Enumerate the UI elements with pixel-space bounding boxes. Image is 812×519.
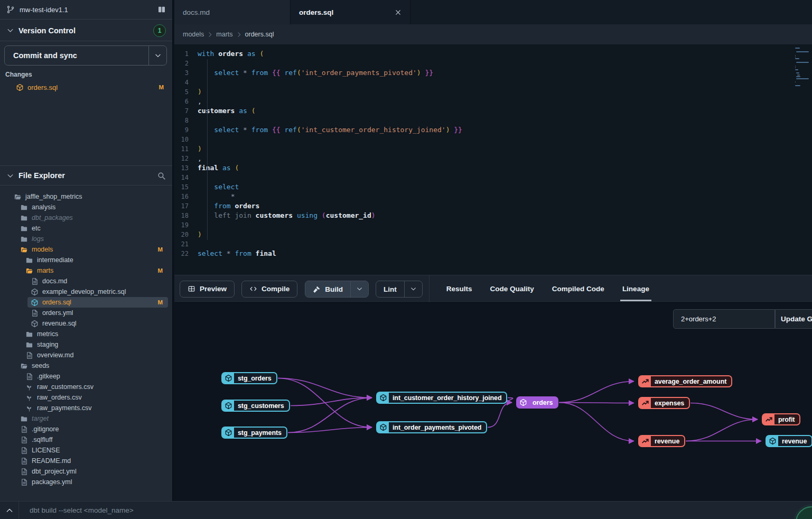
tab-compiled-code[interactable]: Compiled Code <box>552 275 604 302</box>
commit-and-sync-button[interactable]: Commit and sync <box>4 45 167 66</box>
chevron-right-icon <box>236 31 242 38</box>
breadcrumb-item[interactable]: orders.sql <box>245 31 274 38</box>
code-line[interactable]: 17 from orders <box>174 201 812 211</box>
build-options-split[interactable] <box>350 281 368 297</box>
lineage-node-expenses[interactable]: expenses <box>638 397 690 409</box>
tab-results[interactable]: Results <box>446 275 472 302</box>
code-editor[interactable]: 1with orders as (23 select * from {{ ref… <box>174 44 812 275</box>
editor-minimap[interactable] <box>795 48 809 87</box>
tab-docs-md[interactable]: docs.md <box>174 0 291 24</box>
lineage-node-revenue_model[interactable]: revenue <box>766 435 812 447</box>
lineage-selector-input[interactable] <box>673 309 775 329</box>
code-line[interactable]: 19 <box>174 220 812 230</box>
lineage-node-revenue_metric[interactable]: revenue <box>638 435 685 447</box>
file-tree-item-logs[interactable]: logs <box>0 234 172 244</box>
code-line[interactable]: 15 select <box>174 182 812 192</box>
code-line[interactable]: 21 <box>174 239 812 249</box>
code-line[interactable]: 11) <box>174 144 812 154</box>
code-line[interactable]: 22select * from final <box>174 249 812 258</box>
code-line[interactable]: 3 select * from {{ ref('int_order_paymen… <box>174 68 812 78</box>
file-tree-item-raw_payments.csv[interactable]: raw_payments.csv <box>0 403 172 413</box>
branch-name[interactable]: mw-test-idev1.1 <box>20 6 153 14</box>
tab-lineage[interactable]: Lineage <box>622 275 649 302</box>
file-tree-item-metrics[interactable]: metrics <box>0 329 172 339</box>
file-tree-item-models[interactable]: modelsM <box>0 244 172 255</box>
version-control-header[interactable]: Version Control 1 <box>0 20 172 41</box>
file-name: jaffle_shop_metrics <box>25 193 82 200</box>
lineage-node-stg_payments[interactable]: stg_payments <box>221 427 287 439</box>
chevron-down-icon <box>356 285 363 292</box>
breadcrumb-item[interactable]: models <box>183 31 204 38</box>
code-line[interactable]: 16 * <box>174 192 812 201</box>
file-tree-item-README.md[interactable]: README.md <box>0 456 172 466</box>
lineage-node-average_order_amount[interactable]: average_order_amount <box>638 375 732 387</box>
file-icon <box>25 351 33 359</box>
expand-command-bar-button[interactable] <box>0 502 19 519</box>
file-tree-item-raw_customers.csv[interactable]: raw_customers.csv <box>0 382 172 392</box>
lint-button[interactable]: Lint <box>376 281 404 298</box>
file-tree-item-dbt_project.yml[interactable]: dbt_project.yml <box>0 466 172 477</box>
file-tree-item-orders.yml[interactable]: orders.yml <box>0 308 172 318</box>
node-label: stg_payments <box>238 429 282 437</box>
code-line[interactable]: 4 <box>174 78 812 87</box>
code-line[interactable]: 14 <box>174 173 812 182</box>
folder-icon <box>20 225 28 233</box>
file-tree-item-jaffle_shop_metrics[interactable]: jaffle_shop_metrics <box>0 191 172 202</box>
lineage-node-int_order_payments_pivoted[interactable]: int_order_payments_pivoted <box>376 421 487 433</box>
code-line[interactable]: 12, <box>174 154 812 163</box>
file-tree-item-analysis[interactable]: analysis <box>0 202 172 212</box>
file-tree-item-target[interactable]: target <box>0 413 172 424</box>
file-explorer-header[interactable]: File Explorer <box>0 165 172 186</box>
file-tree-item-dbt_packages[interactable]: dbt_packages <box>0 212 172 223</box>
tab-orders-sql[interactable]: orders.sql <box>291 0 410 24</box>
lineage-node-int_customer_order_history_joined[interactable]: int_customer_order_history_joined <box>376 392 507 404</box>
file-tree-item-intermediate[interactable]: intermediate <box>0 255 172 265</box>
code-line[interactable]: 9 select * from {{ ref('int_customer_ord… <box>174 125 812 135</box>
tab-code-quality[interactable]: Code Quality <box>490 275 534 302</box>
model-cube-icon <box>377 422 389 432</box>
code-line[interactable]: 20) <box>174 230 812 239</box>
code-line[interactable]: 8 <box>174 116 812 125</box>
code-line[interactable]: 6, <box>174 97 812 106</box>
file-tree-item-revenue.sql[interactable]: revenue.sql <box>0 318 172 329</box>
update-graph-button[interactable]: Update Graph <box>775 309 812 329</box>
code-line[interactable]: 2 <box>174 59 812 68</box>
lint-options-split[interactable] <box>404 281 422 297</box>
file-tree-item-LICENSE[interactable]: LICENSE <box>0 445 172 456</box>
code-line[interactable]: 5) <box>174 87 812 97</box>
file-tree-item-.gitkeep[interactable]: .gitkeep <box>0 371 172 382</box>
code-line[interactable]: 18 left join customers using (customer_i… <box>174 211 812 220</box>
code-line[interactable]: 1with orders as ( <box>174 49 812 59</box>
search-icon[interactable] <box>157 171 166 180</box>
file-tree-item-raw_orders.csv[interactable]: raw_orders.csv <box>0 392 172 403</box>
file-tree-item-marts[interactable]: martsM <box>0 265 172 276</box>
file-tree-item-docs.md[interactable]: docs.md <box>0 276 172 286</box>
lineage-node-stg_customers[interactable]: stg_customers <box>221 400 290 412</box>
build-button[interactable]: Build <box>305 281 350 298</box>
preview-button[interactable]: Preview <box>180 281 235 298</box>
lineage-node-orders[interactable]: orders <box>516 396 558 409</box>
layout-columns-icon[interactable] <box>157 5 166 14</box>
close-tab-icon[interactable] <box>395 9 402 16</box>
file-tree-item-.sqlfluff[interactable]: .sqlfluff <box>0 434 172 445</box>
file-name: models <box>32 246 53 253</box>
dbt-command-input[interactable] <box>19 502 812 519</box>
breadcrumb-item[interactable]: marts <box>216 31 232 38</box>
code-line[interactable]: 13final as ( <box>174 163 812 173</box>
changed-file-orders.sql[interactable]: orders.sqlM <box>0 81 172 93</box>
file-tree-item-example_develop_metric.sql[interactable]: example_develop_metric.sql <box>0 286 172 297</box>
file-tree-item-seeds[interactable]: seeds <box>0 360 172 371</box>
lineage-node-stg_orders[interactable]: stg_orders <box>221 372 277 384</box>
lineage-node-profit[interactable]: profit <box>762 413 800 425</box>
commit-options-split[interactable] <box>148 46 166 65</box>
code-line[interactable]: 7customers as ( <box>174 106 812 116</box>
file-tree-item-packages.yml[interactable]: packages.yml <box>0 477 172 487</box>
file-tree-item-orders.sql[interactable]: orders.sqlM <box>27 297 168 308</box>
compile-button[interactable]: Compile <box>241 281 297 298</box>
file-tree-item-staging[interactable]: staging <box>0 339 172 350</box>
code-line[interactable]: 10 <box>174 135 812 144</box>
sidebar: mw-test-idev1.1 Version Control 1 Commit… <box>0 0 173 501</box>
file-tree-item-etc[interactable]: etc <box>0 223 172 234</box>
file-tree-item-overview.md[interactable]: overview.md <box>0 350 172 360</box>
file-tree-item-.gitignore[interactable]: .gitignore <box>0 424 172 434</box>
